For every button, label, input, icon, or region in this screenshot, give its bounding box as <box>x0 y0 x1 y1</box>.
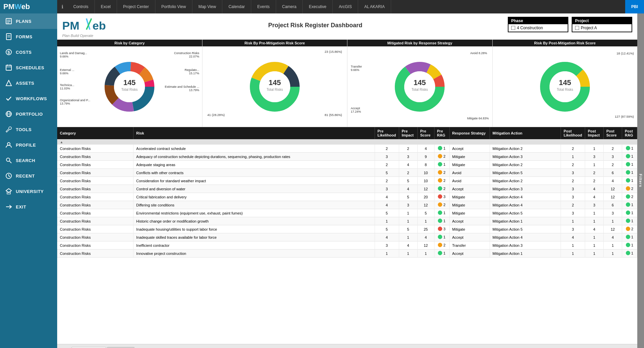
cell-post-likelihood: 3 <box>561 193 585 201</box>
table-wrapper[interactable]: Category Risk PreLikelihood PreImpact Pr… <box>57 127 637 344</box>
post-rag-val: 1 <box>631 203 633 207</box>
sidebar-item-tools[interactable]: TOOLS <box>0 122 57 137</box>
svg-text:145: 145 <box>414 78 426 87</box>
project-checkbox[interactable] <box>575 26 579 30</box>
charts-section: Risk by Category Lands and Damag...9.66%… <box>57 40 637 127</box>
cell-category: Construction Risks <box>57 185 134 193</box>
cell-post-score: 1 <box>604 241 622 249</box>
table-row: Construction Risks Accelerated contract … <box>57 145 637 153</box>
pre-rag-dot <box>438 243 442 247</box>
nav-executive[interactable]: Executive <box>303 0 333 13</box>
sidebar-item-schedules[interactable]: SCHEDULES <box>0 60 57 75</box>
sidebar-item-plans[interactable]: PLANS <box>0 13 57 29</box>
sort-post-score[interactable] <box>604 139 622 145</box>
nav-project-center[interactable]: Project Center <box>117 0 155 13</box>
nav-portfolio-view[interactable]: Portfolio View <box>155 0 192 13</box>
svg-text:Total Risks: Total Risks <box>267 88 283 91</box>
filters-panel[interactable]: Filters <box>637 13 644 348</box>
project-filter-box[interactable]: Project Project A <box>572 17 632 32</box>
cell-category: Construction Risks <box>57 153 134 161</box>
post-rag-dot <box>626 178 630 183</box>
sort-pre-impact[interactable] <box>399 139 417 145</box>
cell-post-likelihood: 3 <box>561 225 585 233</box>
cell-post-score: 3 <box>604 153 622 161</box>
cell-risk: Control and diversion of water <box>134 185 375 193</box>
cell-post-score: 12 <box>604 185 622 193</box>
table-row: Construction Risks Inadequate skilled tr… <box>57 233 637 241</box>
pre-rag-dot <box>438 235 442 239</box>
sidebar: PLANS FORMS $ COSTS SCHEDULES ASSETS <box>0 13 57 348</box>
sort-post-rag[interactable] <box>622 139 637 145</box>
nav-camera[interactable]: Camera <box>276 0 303 13</box>
sort-risk[interactable] <box>134 139 375 145</box>
cell-mitigation-action: Mitigation Action 3 <box>490 153 561 161</box>
pre-rag-dot <box>438 162 442 166</box>
nav-pbi[interactable]: PBI <box>625 0 644 13</box>
sidebar-item-workflows[interactable]: WORKFLOWS <box>0 91 57 106</box>
nav-alakaria[interactable]: AL AKARIA <box>358 0 391 13</box>
sort-pre-score[interactable] <box>417 139 434 145</box>
chart2-body: 23 (15.86%) 41 (28.28%) 81 (55.86%) <box>202 46 347 127</box>
info-icon[interactable]: ℹ <box>57 0 67 13</box>
costs-icon: $ <box>5 48 12 56</box>
nav-calendar[interactable]: Calendar <box>222 0 251 13</box>
pre-rag-dot <box>438 186 442 191</box>
cell-risk: Environmental restrictions (equipment us… <box>134 209 375 217</box>
cell-pre-likelihood: 5 <box>375 209 399 217</box>
assets-icon <box>5 79 12 87</box>
cell-pre-score: 20 <box>417 193 434 201</box>
sidebar-item-search[interactable]: SEARCH <box>0 153 57 168</box>
sort-post-impact[interactable] <box>585 139 604 145</box>
nav-events[interactable]: Events <box>251 0 276 13</box>
cell-pre-score: 12 <box>417 185 434 193</box>
cell-post-rag: 1 <box>622 233 637 241</box>
sidebar-item-assets[interactable]: ASSETS <box>0 75 57 91</box>
cell-category: Construction Risks <box>57 209 134 217</box>
nav-arcgis[interactable]: ArcGIS <box>333 0 358 13</box>
cell-risk: Inadequate skilled traces available for … <box>134 233 375 241</box>
cell-response-strategy: Accept <box>449 145 490 153</box>
cell-post-impact: 1 <box>585 233 604 241</box>
phase-checkbox[interactable] <box>511 26 515 30</box>
cell-mitigation-action: Mitigation Action 3 <box>490 185 561 193</box>
svg-point-18 <box>6 158 10 161</box>
sort-category[interactable]: ▲ <box>57 139 134 145</box>
forms-icon <box>5 33 12 40</box>
phase-filter-box[interactable]: Phase 4 Construction <box>508 17 568 32</box>
nav-controls[interactable]: Controls <box>67 0 95 13</box>
svg-point-50 <box>404 71 435 102</box>
sort-response[interactable] <box>449 139 490 145</box>
sort-pre-likelihood[interactable] <box>375 139 399 145</box>
cell-pre-score: 8 <box>417 161 434 169</box>
top-navigation: PMWeb ℹ Controls Excel Project Center Po… <box>0 0 644 13</box>
sort-mitigation[interactable] <box>490 139 561 145</box>
cell-pre-likelihood: 2 <box>375 177 399 185</box>
nav-excel[interactable]: Excel <box>95 0 117 13</box>
sidebar-item-exit[interactable]: EXIT <box>0 199 57 215</box>
post-rag-val: 1 <box>631 251 633 255</box>
sort-pre-rag[interactable] <box>434 139 449 145</box>
sidebar-label-tools: TOOLS <box>16 127 32 132</box>
sidebar-item-costs[interactable]: $ COSTS <box>0 44 57 60</box>
sidebar-item-forms[interactable]: FORMS <box>0 29 57 44</box>
chart3-body: Avoid 8.28% Transfer9.66% Accept17.24% M… <box>347 46 492 127</box>
cell-category: Construction Risks <box>57 177 134 185</box>
pre-rag-dot <box>438 210 442 215</box>
sort-post-likelihood[interactable] <box>561 139 585 145</box>
cell-post-likelihood: 3 <box>561 185 585 193</box>
sidebar-item-recent[interactable]: RECENT <box>0 168 57 184</box>
cell-post-impact: 3 <box>585 153 604 161</box>
cell-pre-rag: 2 <box>434 185 449 193</box>
nav-map-view[interactable]: Map View <box>192 0 222 13</box>
svg-text:PM: PM <box>62 19 79 32</box>
post-rag-val: 2 <box>631 195 633 199</box>
cell-pre-score: 25 <box>417 225 434 233</box>
post-rag-val: 1 <box>631 243 633 247</box>
cell-mitigation-action: Mitigation Action 2 <box>490 177 561 185</box>
sidebar-item-profile[interactable]: PROFILE <box>0 137 57 153</box>
sidebar-item-university[interactable]: UNIVERSITY <box>0 184 57 199</box>
col-mitigation-action: Mitigation Action <box>490 127 561 139</box>
donut-chart-2: 145 Total Risks <box>248 60 302 114</box>
table-body: Construction Risks Accelerated contract … <box>57 145 637 258</box>
sidebar-item-portfolio[interactable]: PORTFOLIO <box>0 106 57 122</box>
